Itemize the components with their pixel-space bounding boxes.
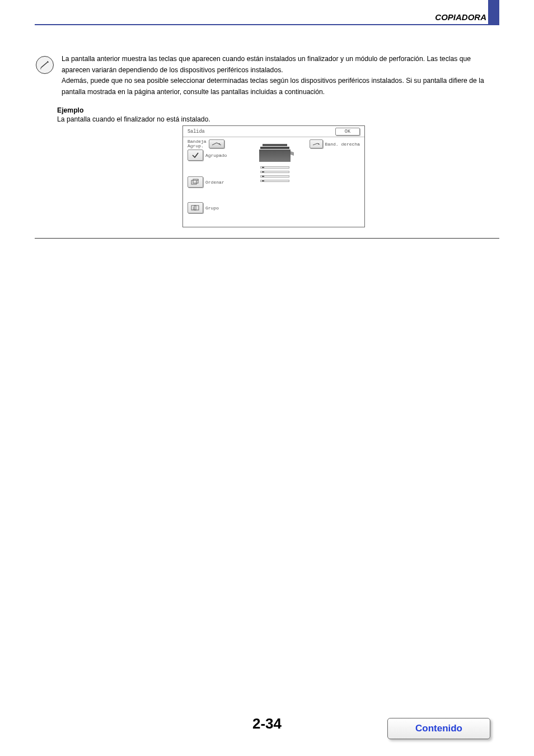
dialog-screenshot: Salida OK Bandeja Agrup. bbox=[182, 125, 365, 227]
example-caption: La pantalla cuando el finalizador no est… bbox=[57, 115, 499, 123]
tray-select-icon[interactable] bbox=[209, 139, 224, 148]
ok-button[interactable]: OK bbox=[335, 128, 360, 136]
right-tray-icon[interactable] bbox=[310, 139, 323, 148]
header-divider bbox=[35, 24, 499, 25]
svg-rect-2 bbox=[193, 179, 198, 183]
svg-rect-4 bbox=[194, 206, 199, 210]
content-bottom-rule bbox=[35, 238, 499, 239]
group-option-label: Grupo bbox=[205, 206, 219, 211]
note-icon bbox=[36, 56, 54, 74]
svg-text:2: 2 bbox=[193, 207, 195, 211]
example-heading: Ejemplo bbox=[57, 106, 499, 114]
info-note: La pantalla anterior muestra las teclas … bbox=[35, 54, 499, 97]
header-accent-bar bbox=[488, 0, 499, 25]
contents-button[interactable]: Contenido bbox=[387, 718, 490, 739]
svg-point-6 bbox=[318, 143, 319, 144]
grouped-option-icon[interactable] bbox=[188, 150, 203, 161]
right-tray-label: Band. derecha bbox=[325, 142, 360, 147]
sort-option-label: Ordenar bbox=[205, 180, 224, 185]
svg-point-0 bbox=[219, 143, 220, 144]
printer-illustration bbox=[259, 144, 291, 184]
page-section-title: COPIADORA bbox=[435, 12, 486, 22]
out-tray-label-line2: Agrup. bbox=[188, 144, 207, 148]
sort-option-icon[interactable] bbox=[188, 176, 203, 188]
info-text: La pantalla anterior muestra las teclas … bbox=[62, 54, 499, 97]
dialog-title: Salida bbox=[188, 129, 205, 134]
group-option-icon[interactable]: 2 bbox=[188, 202, 203, 213]
grouped-option-label: Agrupado bbox=[205, 153, 227, 158]
svg-rect-1 bbox=[191, 180, 196, 184]
